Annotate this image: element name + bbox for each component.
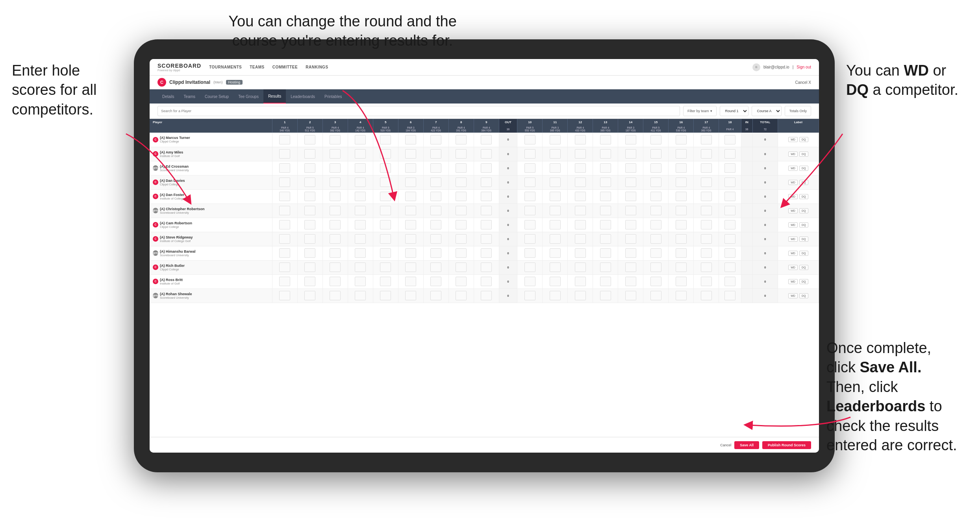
hole-15-input[interactable]: [650, 248, 661, 258]
hole-3-input[interactable]: [330, 263, 341, 272]
hole-13-input[interactable]: [600, 178, 611, 187]
hole-16-input[interactable]: [676, 163, 687, 173]
hole-4-input[interactable]: [355, 291, 366, 300]
hole-17-input[interactable]: [701, 248, 712, 258]
hole-7-input[interactable]: [430, 220, 441, 229]
tab-results[interactable]: Results: [263, 89, 286, 104]
hole-7-input[interactable]: [430, 206, 441, 215]
hole-2-input[interactable]: [304, 248, 315, 258]
hole-7-input[interactable]: [430, 248, 441, 258]
hole-6-input[interactable]: [405, 149, 416, 159]
hole-11-input[interactable]: [550, 163, 561, 173]
wd-button[interactable]: WD: [788, 279, 798, 284]
hole-4-input[interactable]: [355, 163, 366, 173]
hole-4-input[interactable]: [355, 220, 366, 229]
hole-6-input[interactable]: [405, 192, 416, 201]
hole-18-input[interactable]: [724, 234, 735, 244]
hole-17-input[interactable]: [701, 192, 712, 201]
hole-1-input[interactable]: [279, 263, 290, 272]
tab-details[interactable]: Details: [157, 89, 179, 104]
wd-button[interactable]: WD: [788, 180, 798, 185]
hole-18-input[interactable]: [724, 220, 735, 229]
hole-3-input[interactable]: [330, 277, 341, 286]
hole-11-input[interactable]: [550, 149, 561, 159]
hole-7-input[interactable]: [430, 291, 441, 300]
hole-1-input[interactable]: [279, 135, 290, 144]
hole-5-input[interactable]: [380, 206, 391, 215]
hole-15-input[interactable]: [650, 178, 661, 187]
hole-8-input[interactable]: [456, 178, 467, 187]
hole-8-input[interactable]: [456, 291, 467, 300]
hole-11-input[interactable]: [550, 291, 561, 300]
hole-13-input[interactable]: [600, 263, 611, 272]
tab-teams[interactable]: Teams: [179, 89, 200, 104]
hole-12-input[interactable]: [575, 178, 586, 187]
dq-button[interactable]: DQ: [799, 180, 808, 185]
hole-18-input[interactable]: [724, 206, 735, 215]
wd-button[interactable]: WD: [788, 251, 798, 256]
hole-10-input[interactable]: [524, 248, 535, 258]
hole-17-input[interactable]: [701, 277, 712, 286]
hole-4-input[interactable]: [355, 234, 366, 244]
hole-18-input[interactable]: [724, 178, 735, 187]
hole-5-input[interactable]: [380, 234, 391, 244]
publish-round-button[interactable]: Publish Round Scores: [762, 441, 811, 449]
hole-5-input[interactable]: [380, 263, 391, 272]
hole-13-input[interactable]: [600, 149, 611, 159]
hole-14-input[interactable]: [625, 206, 636, 215]
hole-14-input[interactable]: [625, 192, 636, 201]
hole-12-input[interactable]: [575, 234, 586, 244]
wd-button[interactable]: WD: [788, 208, 798, 213]
hole-18-input[interactable]: [724, 163, 735, 173]
hole-5-input[interactable]: [380, 291, 391, 300]
tab-printables[interactable]: Printables: [320, 89, 346, 104]
tab-course-setup[interactable]: Course Setup: [200, 89, 233, 104]
hole-16-input[interactable]: [676, 263, 687, 272]
hole-9-input[interactable]: [481, 248, 492, 258]
hole-12-input[interactable]: [575, 248, 586, 258]
dq-button[interactable]: DQ: [799, 152, 808, 157]
wd-button[interactable]: WD: [788, 194, 798, 199]
hole-9-input[interactable]: [481, 220, 492, 229]
wd-button[interactable]: WD: [788, 222, 798, 227]
dq-button[interactable]: DQ: [799, 265, 808, 270]
hole-10-input[interactable]: [524, 135, 535, 144]
hole-17-input[interactable]: [701, 149, 712, 159]
hole-2-input[interactable]: [304, 192, 315, 201]
hole-18-input[interactable]: [724, 135, 735, 144]
hole-13-input[interactable]: [600, 248, 611, 258]
hole-9-input[interactable]: [481, 263, 492, 272]
hole-14-input[interactable]: [625, 263, 636, 272]
hole-9-input[interactable]: [481, 291, 492, 300]
hole-8-input[interactable]: [456, 220, 467, 229]
hole-2-input[interactable]: [304, 163, 315, 173]
hole-14-input[interactable]: [625, 220, 636, 229]
round-select[interactable]: Round 1: [720, 106, 748, 116]
hole-5-input[interactable]: [380, 178, 391, 187]
hole-14-input[interactable]: [625, 135, 636, 144]
hole-15-input[interactable]: [650, 277, 661, 286]
hole-1-input[interactable]: [279, 163, 290, 173]
hole-1-input[interactable]: [279, 149, 290, 159]
wd-button[interactable]: WD: [788, 137, 798, 142]
hole-2-input[interactable]: [304, 234, 315, 244]
hole-10-input[interactable]: [524, 149, 535, 159]
hole-4-input[interactable]: [355, 149, 366, 159]
hole-16-input[interactable]: [676, 234, 687, 244]
hole-11-input[interactable]: [550, 263, 561, 272]
filter-by-team-button[interactable]: Filter by team ▾: [683, 106, 717, 116]
hole-1-input[interactable]: [279, 192, 290, 201]
hole-3-input[interactable]: [330, 234, 341, 244]
hole-14-input[interactable]: [625, 248, 636, 258]
hole-10-input[interactable]: [524, 192, 535, 201]
hole-14-input[interactable]: [625, 149, 636, 159]
nav-committee[interactable]: COMMITTEE: [272, 65, 298, 69]
hole-10-input[interactable]: [524, 277, 535, 286]
hole-5-input[interactable]: [380, 149, 391, 159]
hole-6-input[interactable]: [405, 248, 416, 258]
hole-16-input[interactable]: [676, 220, 687, 229]
hole-14-input[interactable]: [625, 163, 636, 173]
hole-8-input[interactable]: [456, 149, 467, 159]
hole-9-input[interactable]: [481, 135, 492, 144]
hole-5-input[interactable]: [380, 135, 391, 144]
